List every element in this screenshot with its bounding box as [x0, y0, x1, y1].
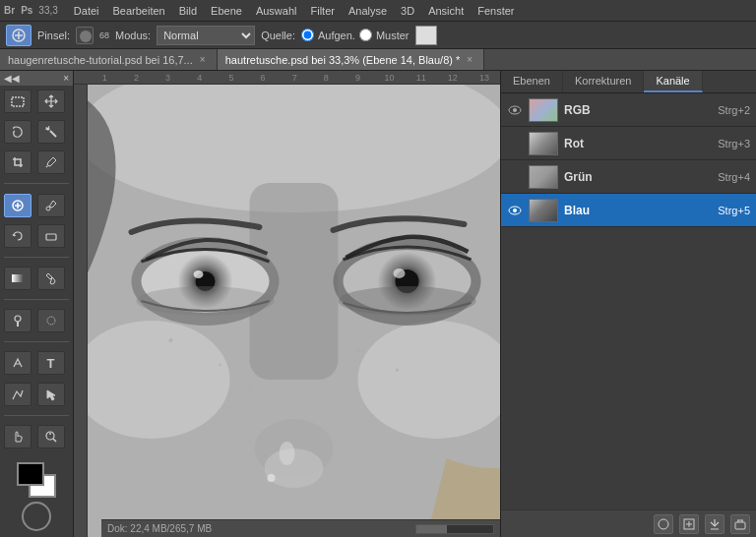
- tool-hand[interactable]: [4, 425, 32, 448]
- ruler-mark-7: 7: [279, 73, 310, 83]
- menu-item-ansicht[interactable]: Ansicht: [422, 3, 470, 19]
- menu-item-analyse[interactable]: Analyse: [343, 3, 393, 19]
- aufgen-label[interactable]: Aufgen.: [318, 30, 355, 41]
- ruler-mark-5: 5: [216, 73, 247, 83]
- tab-hautretusche-close[interactable]: ×: [464, 54, 475, 66]
- menu-item-fenster[interactable]: Fenster: [472, 3, 520, 19]
- channel-options-btn[interactable]: [654, 514, 673, 534]
- tool-lasso[interactable]: [4, 120, 32, 144]
- canvas-image[interactable]: Dok: 22,4 MB/265,7 MB: [88, 85, 500, 537]
- options-bar: Pinsel: 68 Modus: Normal Quelle: Aufgen.…: [0, 22, 756, 49]
- app-logo-ps: Ps: [21, 5, 32, 16]
- toolbox-header: ◀◀ ×: [0, 71, 73, 86]
- channel-eye-rgb[interactable]: [507, 102, 523, 118]
- svg-point-40: [268, 474, 276, 482]
- tool-blur[interactable]: [37, 309, 65, 332]
- load-channel-btn[interactable]: [705, 514, 724, 534]
- svg-point-36: [394, 268, 406, 278]
- toolbox-close[interactable]: ×: [63, 73, 69, 84]
- channel-row-rot[interactable]: Rot Strg+3: [501, 127, 756, 160]
- channel-thumb-gruen: [529, 165, 558, 189]
- tab-hautretusche[interactable]: hautretusche.psd bei 33,3% (Ebene 14, Bl…: [218, 49, 485, 70]
- tool-magic-wand[interactable]: [37, 120, 65, 144]
- menu-item-bild[interactable]: Bild: [173, 3, 203, 19]
- status-bar: Dok: 22,4 MB/265,7 MB: [101, 519, 500, 537]
- channel-eye-blau[interactable]: [507, 203, 523, 218]
- tab-haugenretusche-close[interactable]: ×: [197, 54, 209, 66]
- fg-bg-swatches[interactable]: [17, 462, 56, 498]
- foreground-color[interactable]: [17, 462, 44, 486]
- modus-select[interactable]: Normal: [157, 26, 255, 45]
- svg-rect-13: [12, 274, 24, 282]
- menu-bar: Br Ps 33,3 Datei Bearbeiten Bild Ebene A…: [0, 0, 756, 22]
- tool-direct-select[interactable]: [37, 383, 65, 406]
- svg-rect-62: [735, 522, 745, 529]
- tool-heal-brush[interactable]: [4, 194, 32, 217]
- quick-mask-mode[interactable]: [22, 502, 51, 531]
- ruler-mark-3: 3: [153, 73, 184, 83]
- svg-line-7: [46, 166, 47, 167]
- history-slider[interactable]: [415, 524, 494, 534]
- tab-korrekturen[interactable]: Korrekturen: [563, 71, 644, 92]
- ruler-vertical: [74, 85, 88, 537]
- ruler-mark-12: 12: [437, 73, 469, 83]
- tab-ebenen[interactable]: Ebenen: [501, 71, 563, 92]
- ruler-mark-8: 8: [310, 73, 342, 83]
- brush-thumbnail[interactable]: [76, 27, 94, 44]
- brush-size-display: 68: [99, 30, 109, 40]
- svg-point-31: [194, 270, 204, 278]
- tool-clone-stamp[interactable]: [37, 194, 65, 217]
- delete-channel-btn[interactable]: [730, 514, 750, 534]
- menu-item-ebene[interactable]: Ebene: [205, 3, 248, 19]
- save-selection-btn[interactable]: [679, 514, 699, 534]
- pattern-swatch[interactable]: [415, 26, 437, 45]
- muster-label[interactable]: Muster: [376, 30, 410, 41]
- mask-mode-buttons: [20, 500, 53, 533]
- right-panel: Ebenen Korrekturen Kanäle RGB Strg+2: [500, 71, 756, 537]
- tool-gradient[interactable]: [4, 267, 32, 290]
- radio-aufgen[interactable]: [301, 29, 314, 41]
- menu-item-3d[interactable]: 3D: [395, 3, 420, 19]
- channel-row-rgb[interactable]: RGB Strg+2: [501, 93, 756, 127]
- toolbox-collapse[interactable]: ◀◀: [4, 73, 20, 84]
- menu-item-bearbeiten[interactable]: Bearbeiten: [107, 3, 171, 19]
- tool-zoom[interactable]: [37, 425, 65, 448]
- tab-haugenretusche[interactable]: haugenretusche-tutorial.psd bei 16,7... …: [0, 49, 218, 70]
- radio-muster[interactable]: [359, 29, 372, 41]
- channel-name-gruen: Grün: [564, 170, 712, 184]
- tool-dodge[interactable]: [4, 309, 32, 332]
- channel-row-gruen[interactable]: Grün Strg+4: [501, 160, 756, 194]
- tool-pen[interactable]: [4, 351, 32, 375]
- current-tool-icon[interactable]: [6, 25, 32, 46]
- tool-paint-bucket[interactable]: [37, 267, 65, 290]
- status-text: Dok: 22,4 MB/265,7 MB: [107, 523, 212, 534]
- svg-point-47: [339, 286, 476, 316]
- menu-item-auswahl[interactable]: Auswahl: [250, 3, 303, 19]
- ruler-mark-13: 13: [469, 73, 500, 83]
- channel-row-blau[interactable]: Blau Strg+5: [501, 194, 756, 227]
- tool-text[interactable]: T: [37, 351, 65, 375]
- channel-thumb-rgb: [529, 98, 558, 122]
- channel-name-rot: Rot: [564, 137, 712, 150]
- tool-path-select[interactable]: [4, 383, 32, 406]
- ruler-mark-6: 6: [247, 73, 279, 83]
- tab-kanaele[interactable]: Kanäle: [644, 71, 702, 92]
- svg-point-6: [46, 128, 49, 131]
- tool-history-brush[interactable]: [4, 224, 32, 248]
- menu-item-datei[interactable]: Datei: [68, 3, 105, 19]
- tool-eraser[interactable]: [37, 224, 65, 248]
- ruler-mark-2: 2: [120, 73, 152, 83]
- tool-crop[interactable]: [4, 150, 32, 174]
- svg-point-3: [80, 30, 92, 42]
- channel-name-rgb: RGB: [564, 103, 712, 117]
- main-layout: ◀◀ ×: [0, 71, 756, 537]
- tool-select-rect[interactable]: [4, 90, 32, 113]
- ruler-horizontal: 1 2 3 4 5 6 7 8 9 10 11 12 13: [74, 71, 500, 85]
- svg-point-43: [356, 348, 360, 352]
- tool-move[interactable]: [37, 90, 65, 113]
- menu-item-filter[interactable]: Filter: [304, 3, 340, 19]
- svg-point-41: [169, 338, 173, 342]
- tool-eyedropper[interactable]: [37, 150, 65, 174]
- pinsel-label: Pinsel:: [37, 30, 70, 41]
- text-tool-label: T: [47, 356, 55, 371]
